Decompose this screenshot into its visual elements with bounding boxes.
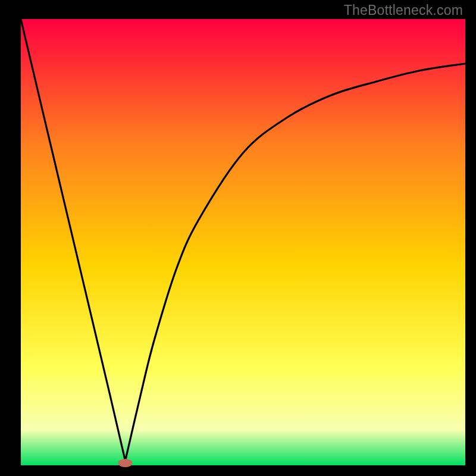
watermark-text: TheBottleneck.com (344, 2, 463, 18)
chart-svg (0, 0, 476, 476)
chart-container: { "watermark": "TheBottleneck.com", "cha… (0, 0, 476, 476)
minimum-marker (118, 459, 133, 467)
plot-background (21, 19, 465, 465)
